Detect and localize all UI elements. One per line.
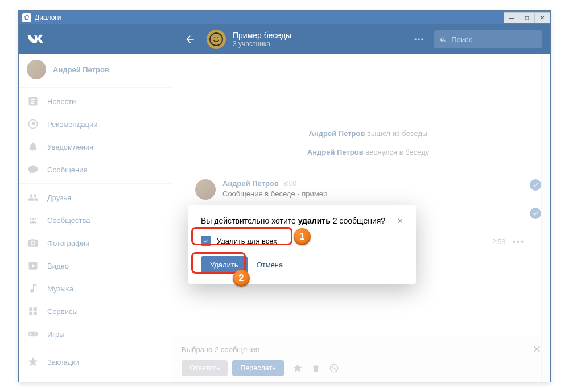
- chat-info[interactable]: Пример беседы 3 участника: [233, 31, 409, 48]
- app-root: Пример беседы 3 участника Андрей Петров …: [19, 24, 550, 382]
- search-input[interactable]: [451, 35, 537, 44]
- window-controls: — □ ✕: [504, 12, 550, 23]
- more-button[interactable]: [409, 30, 428, 49]
- svg-point-3: [421, 38, 423, 40]
- app-window: Диалоги — □ ✕ Пример бе: [18, 10, 551, 382]
- app-header: Пример беседы 3 участника: [19, 24, 550, 54]
- window-title: Диалоги: [35, 14, 61, 22]
- chat-title: Пример беседы: [233, 31, 409, 40]
- search-icon: [440, 35, 447, 43]
- annotation-badge-1: 1: [294, 228, 311, 245]
- checkbox-label: Удалить для всех: [217, 237, 277, 245]
- svg-point-2: [418, 38, 419, 40]
- modal-title: Вы действительно хотите удалить 2 сообще…: [201, 216, 403, 225]
- chat-subtitle: 3 участника: [233, 40, 409, 48]
- maximize-button[interactable]: □: [519, 12, 535, 23]
- cancel-link[interactable]: Отмена: [257, 261, 283, 269]
- back-button[interactable]: [180, 30, 200, 49]
- close-button[interactable]: ✕: [534, 12, 550, 23]
- window-titlebar: Диалоги — □ ✕: [19, 11, 550, 24]
- chat-avatar[interactable]: [207, 30, 226, 49]
- modal-close-icon[interactable]: ✕: [397, 217, 403, 225]
- annotation-badge-2: 2: [233, 270, 250, 287]
- vk-logo-icon[interactable]: [27, 34, 44, 45]
- svg-point-0: [210, 33, 222, 46]
- svg-point-1: [415, 38, 417, 40]
- checkbox-checked-icon[interactable]: [201, 236, 211, 246]
- app-body: Андрей Петров Новости Рекомендации Уведо…: [19, 54, 550, 382]
- search-box[interactable]: [434, 30, 542, 48]
- minimize-button[interactable]: —: [504, 12, 519, 23]
- app-icon: [22, 13, 31, 22]
